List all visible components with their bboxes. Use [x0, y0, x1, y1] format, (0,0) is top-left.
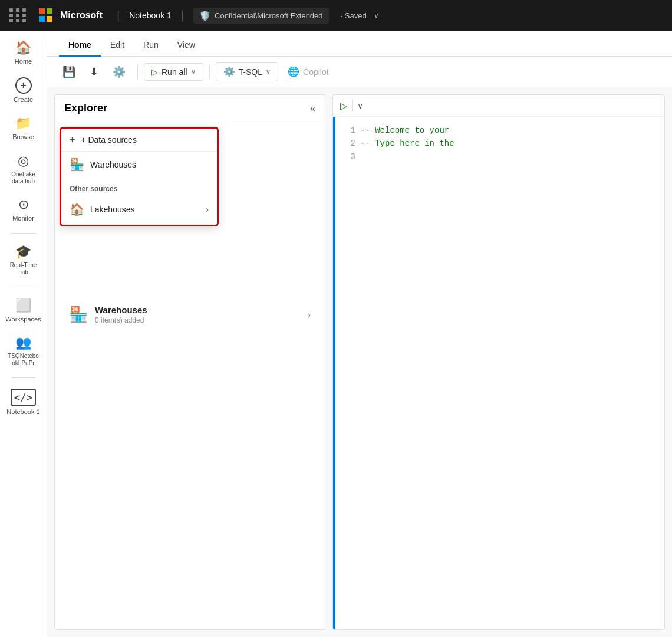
code-chevron-icon[interactable]: ∨ — [357, 101, 363, 110]
line-numbers: 1 2 3 — [342, 124, 360, 622]
list-item[interactable]: 🏪 Warehouses 0 item(s) added › — [60, 298, 320, 331]
warehouses-info: Warehouses 0 item(s) added — [95, 305, 301, 324]
notebook-icon: </> — [11, 389, 36, 406]
sidebar-label-realtime: Real-Time hub — [5, 262, 42, 276]
sidebar-nav: 🏠 Home + Create 📁 Browse ◎ OneLake data … — [0, 31, 47, 637]
tsql-chevron-icon: ∨ — [266, 68, 271, 75]
sidebar-label-tsqnotebook: TSQNotebo okLPuPr — [5, 353, 42, 367]
sidebar-label-home: Home — [15, 58, 32, 65]
warehouses-dropdown-item[interactable]: 🏪 Warehouses — [61, 152, 217, 178]
sidebar-label-onelake: OneLake data hub — [5, 171, 42, 185]
sidebar-item-tsqnotebook[interactable]: 👥 TSQNotebo okLPuPr — [3, 330, 44, 372]
lakehouse-icon: 🏠 — [70, 202, 84, 216]
microsoft-logo — [39, 8, 53, 22]
toolbar: 💾 ⬇ ⚙️ ▷ Run all ∨ ⚙️ T-SQL ∨ 🌐 Co — [47, 57, 672, 87]
main-layout: 🏠 Home + Create 📁 Browse ◎ OneLake data … — [0, 31, 672, 637]
copilot-button[interactable]: 🌐 Copilot — [281, 63, 336, 81]
tab-run[interactable]: Run — [134, 34, 168, 57]
copilot-label: Copilot — [303, 67, 329, 77]
add-data-sources-button[interactable]: + + Data sources — [61, 129, 217, 152]
confidential-label: Confidential\Microsoft Extended — [215, 11, 323, 20]
code-toolbar: ▷ ∨ — [333, 95, 664, 117]
sidebar-label-notebook1: Notebook 1 — [6, 408, 39, 416]
tsql-label: T-SQL — [239, 67, 262, 77]
warehouses-sub: 0 item(s) added — [95, 316, 301, 324]
sidebar-item-browse[interactable]: 📁 Browse — [3, 111, 44, 146]
sidebar-label-monitor: Monitor — [12, 215, 34, 222]
explorer-header: Explorer « — [55, 95, 325, 122]
sidebar-label-workspaces: Workspaces — [5, 316, 41, 323]
toolbar-separator2 — [209, 65, 210, 79]
explorer-body: + + Data sources 🏪 Warehouses Other sour… — [55, 122, 325, 629]
onelake-icon: ◎ — [18, 153, 29, 169]
explorer-list: 🏪 Warehouses 0 item(s) added › — [60, 298, 320, 331]
sidebar-label-browse: Browse — [12, 133, 34, 141]
download-button[interactable]: ⬇ — [84, 62, 104, 82]
run-chevron-icon: ∨ — [191, 68, 196, 75]
chevron-down-icon[interactable]: ∨ — [374, 11, 379, 19]
line-number-1: 1 — [342, 124, 355, 137]
topbar: Microsoft | Notebook 1 | 🛡️ Confidential… — [0, 0, 672, 31]
lakehouses-item[interactable]: 🏠 Lakehouses › — [61, 196, 217, 222]
tsql-button[interactable]: ⚙️ T-SQL ∨ — [216, 62, 278, 81]
content-area: Home Edit Run View 💾 ⬇ ⚙️ ▷ Run all ∨ — [47, 31, 672, 637]
confidential-badge[interactable]: 🛡️ Confidential\Microsoft Extended — [193, 8, 329, 24]
toolbar-separator — [137, 65, 138, 79]
brand-name: Microsoft — [60, 10, 103, 21]
plus-icon: + — [70, 134, 75, 145]
warehouse-icon: 🏪 — [70, 157, 84, 172]
sidebar-item-monitor[interactable]: ⊙ Monitor — [3, 192, 44, 227]
explorer-panel: Explorer « + + Data sources 🏪 Warehouses — [54, 94, 325, 630]
code-play-button[interactable]: ▷ — [340, 100, 347, 111]
tsql-icon: ⚙️ — [223, 66, 235, 77]
saved-status: · Saved — [341, 11, 367, 20]
explorer-title: Explorer — [64, 102, 107, 114]
code-panel: ▷ ∨ 1 2 3 -- Welcome to your -- Type her… — [332, 94, 665, 630]
editor-layout: Explorer « + + Data sources 🏪 Warehouses — [47, 87, 672, 637]
create-icon: + — [15, 77, 32, 94]
nav-divider-1 — [12, 233, 35, 234]
line-number-2: 2 — [342, 137, 355, 150]
sidebar-item-workspaces[interactable]: ⬜ Workspaces — [3, 293, 44, 328]
sidebar-item-home[interactable]: 🏠 Home — [3, 35, 44, 70]
other-sources-label: Other sources — [61, 182, 217, 196]
line-number-3: 3 — [342, 150, 355, 163]
tab-bar: Home Edit Run View — [47, 31, 672, 57]
code-editor-area[interactable]: 1 2 3 -- Welcome to your -- Type here in… — [335, 117, 664, 629]
sidebar-item-realtime[interactable]: 🎓 Real-Time hub — [3, 239, 44, 281]
home-icon: 🏠 — [15, 40, 31, 55]
tab-home[interactable]: Home — [59, 34, 101, 57]
save-button[interactable]: 💾 — [57, 62, 81, 82]
workspaces-icon: ⬜ — [15, 298, 31, 313]
copilot-icon: 🌐 — [288, 66, 299, 77]
code-toolbar-separator — [352, 100, 353, 111]
app-grid-icon[interactable] — [9, 8, 27, 22]
browse-icon: 📁 — [15, 116, 31, 131]
item-chevron-icon: › — [308, 310, 311, 320]
warehouses-name: Warehouses — [95, 305, 301, 315]
nav-divider-2 — [12, 287, 35, 287]
play-icon: ▷ — [151, 67, 158, 77]
settings-button[interactable]: ⚙️ — [107, 62, 131, 82]
separator: | — [117, 9, 120, 22]
warehouse-list-icon: 🏪 — [69, 306, 88, 324]
lakehouses-label: Lakehouses — [90, 205, 135, 214]
tab-edit[interactable]: Edit — [101, 34, 134, 57]
monitor-icon: ⊙ — [18, 197, 29, 212]
code-editor-wrapper: 1 2 3 -- Welcome to your -- Type here in… — [333, 117, 664, 629]
save-icon: 💾 — [62, 65, 75, 78]
tab-view[interactable]: View — [168, 34, 205, 57]
code-content[interactable]: -- Welcome to your -- Type here in the — [360, 124, 657, 622]
run-all-button[interactable]: ▷ Run all ∨ — [144, 63, 203, 81]
collapse-button[interactable]: « — [310, 103, 315, 114]
sidebar-item-create[interactable]: + Create — [3, 73, 44, 109]
sidebar-item-onelake[interactable]: ◎ OneLake data hub — [3, 149, 44, 190]
tsqnotebook-icon: 👥 — [15, 335, 31, 350]
data-sources-dropdown: + + Data sources 🏪 Warehouses Other sour… — [60, 127, 219, 226]
shield-icon: 🛡️ — [199, 10, 211, 21]
sidebar-label-create: Create — [14, 96, 33, 104]
other-sources-section: Other sources 🏠 Lakehouses › — [61, 178, 217, 225]
warehouses-dropdown-label: Warehouses — [90, 160, 136, 169]
download-icon: ⬇ — [90, 65, 98, 78]
sidebar-item-notebook1[interactable]: </> Notebook 1 — [3, 384, 44, 421]
